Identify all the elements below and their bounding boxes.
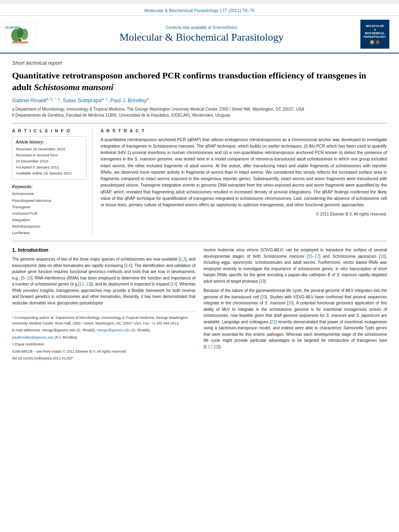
journal-title: Molecular & Biochemical Parasitology: [44, 31, 359, 43]
article-info-label: A R T I C L E I N F O: [12, 128, 86, 133]
author1-sup: a, b, *, 1: [46, 97, 60, 101]
article-info-box: Article history: Received 26 November 20…: [12, 136, 86, 180]
abstract-text: A quantitative retrotransposon anchored …: [101, 136, 387, 208]
abstract-col: A B S T R A C T A quantitative retrotran…: [101, 128, 387, 236]
kw2: Pseudotyped retrovirus: [12, 197, 86, 204]
received-row: Received 26 November 2010: [16, 146, 83, 152]
author3-sup: a: [147, 97, 149, 101]
affiliations: a Department of Microbiology, Immunology…: [12, 106, 387, 118]
svg-text:ELSEVIER: ELSEVIER: [6, 26, 20, 29]
kw7: Luciferase: [12, 230, 86, 236]
email1-link[interactable]: mtrujgr@gwumc.edu: [97, 328, 130, 332]
copyright: © 2011 Elsevier B.V. All rights reserved…: [101, 212, 387, 216]
article-type: Short technical report: [12, 60, 387, 66]
journal-logo-right: MOLECULAR&BIOCHEMICALPARASITOLOGY: [359, 20, 391, 49]
abstract-label: A B S T R A C T: [101, 128, 387, 133]
accepted-row: Accepted 6 January 2011: [16, 164, 83, 170]
ref9[interactable]: 20: [261, 295, 266, 299]
intro-para3: Because of the nature of the gammaretrov…: [204, 288, 387, 350]
kw1: Schistosome: [12, 191, 86, 197]
footnote-email1: E-mail addresses: mtrujgr@gwumc.edu (G. …: [12, 328, 195, 333]
received-revised-row2: 24 December 2010: [16, 158, 83, 164]
kw5: Integration: [12, 217, 86, 223]
keywords-section: Keywords: Schistosome Pseudotyped retrov…: [12, 185, 86, 236]
keywords-title: Keywords:: [12, 185, 86, 189]
article-title-italic: Schistosoma mansoni: [34, 82, 113, 92]
footnote-doi: doi:10.1016/j.molbiopara.2011.01.007: [12, 356, 195, 362]
ref6[interactable]: 15–17: [308, 254, 319, 259]
article-title: Quantitative retrotransposon anchored PC…: [12, 70, 387, 93]
intro-para2: murine leukemia virus virions (VSVG-MLV)…: [204, 247, 387, 284]
journal-name-area: Contents lists available at ScienceDirec…: [44, 25, 359, 43]
journal-citation: Molecular & Biochemical Parasitology 177…: [144, 8, 255, 13]
email2-link[interactable]: paulbrindley@gwumc.edu: [12, 335, 54, 339]
author1-name: Gabriel Rinaldi: [12, 98, 46, 104]
received-revised-row: Received in revised form: [16, 152, 83, 158]
logo-text-1: MOLECULAR&BIOCHEMICALPARASITOLOGY: [364, 24, 386, 39]
history-title: Article history:: [16, 140, 83, 144]
svg-point-4: [17, 28, 23, 37]
ref8[interactable]: 19: [260, 279, 265, 283]
ref10[interactable]: 16: [288, 301, 292, 305]
author2-sup: a, 1: [101, 97, 107, 101]
ref3[interactable]: 5–10: [22, 276, 31, 280]
ref2[interactable]: 3,4: [125, 263, 131, 268]
article-info-col: A R T I C L E I N F O Article history: R…: [12, 128, 93, 236]
ref11[interactable]: 21: [271, 320, 276, 324]
author2-name: , Sutas Suttiprapa: [60, 98, 101, 104]
intro-para1: The genome sequences of two of the three…: [12, 256, 195, 306]
kw6: Retrotransposon: [12, 223, 86, 230]
intro-heading: 1. Introduction: [12, 247, 195, 253]
body-left: 1. Introduction The genome sequences of …: [12, 247, 195, 363]
footnote-issn: 0166-6851/$ – see front matter © 2011 El…: [12, 349, 195, 355]
kw3: Transgene: [12, 204, 86, 210]
ref5[interactable]: 14: [172, 282, 176, 286]
journal-citation-bar: Molecular & Biochemical Parasitology 177…: [0, 4, 399, 16]
body-two-col: 1. Introduction The genome sequences of …: [12, 247, 387, 363]
ref12[interactable]: 8,17,22: [205, 345, 218, 349]
email-label: E-mail addresses: mtrujgr@gwumc.edu (G. …: [12, 328, 96, 332]
footnotes: * Corresponding author at: Department of…: [12, 312, 195, 362]
body-divider: [12, 241, 387, 241]
journal-logo-box: MOLECULAR&BIOCHEMICALPARASITOLOGY: [360, 20, 389, 49]
main-content: Short technical report Quantitative retr…: [0, 53, 399, 370]
footnote-email2: paulbrindley@gwumc.edu (P.J. Brindley).: [12, 335, 195, 341]
body-right: murine leukemia virus virions (VSVG-MLV)…: [204, 247, 387, 363]
ref4[interactable]: 11–13: [79, 282, 90, 286]
sciencedirect-link: Contents lists available at ScienceDirec…: [44, 25, 359, 30]
authors-line: Gabriel Rinaldia, b, *, 1, Sutas Suttipr…: [12, 97, 387, 103]
footnote-note1: 1 Equal contribution.: [12, 342, 195, 347]
author3-name: , Paul J. Brindley: [107, 98, 147, 104]
ref1[interactable]: 1,2: [180, 257, 185, 261]
journal-header: ELSEVIER Contents lists available at Sci…: [0, 16, 399, 53]
kw4: Anchored PCR: [12, 210, 86, 217]
available-row: Available online 18 January 2011: [16, 170, 83, 176]
svg-rect-6: [12, 41, 28, 43]
info-abstract-section: A R T I C L E I N F O Article history: R…: [12, 123, 387, 236]
elsevier-logo: ELSEVIER: [4, 21, 36, 47]
affil1: a Department of Microbiology, Immunology…: [12, 106, 387, 112]
footnote-star: * Corresponding author at: Department of…: [12, 315, 195, 326]
ref7[interactable]: 18: [380, 254, 385, 259]
affil2: b Departamento de Genética, Facultad de …: [12, 112, 387, 118]
